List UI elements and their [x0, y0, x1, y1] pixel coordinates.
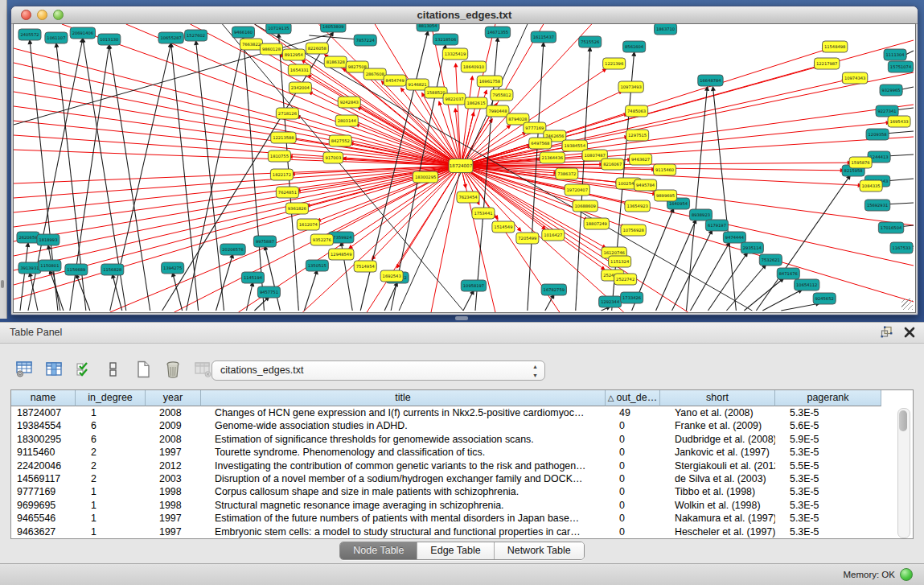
graph-node[interactable]: 17016504 — [878, 222, 903, 233]
graph-node[interactable]: 9242843 — [338, 97, 360, 108]
graph-node[interactable]: 1822172 — [270, 169, 293, 180]
column-header-year[interactable]: year — [146, 390, 201, 406]
vertical-scrollbar[interactable] — [897, 408, 910, 538]
graph-node[interactable]: 917003 — [323, 152, 343, 163]
graph-node[interactable]: 8427552 — [329, 135, 351, 146]
graph-node[interactable]: 10756928 — [621, 225, 646, 236]
graph-node[interactable]: 19720407 — [565, 184, 589, 196]
graph-node[interactable]: 1156689 — [65, 264, 88, 275]
graph-node[interactable]: 1167533 — [890, 242, 913, 253]
graph-node[interactable]: 11548498 — [823, 41, 848, 52]
citation-edge-black[interactable] — [690, 242, 729, 311]
graph-node[interactable]: 7623454 — [457, 192, 479, 203]
graph-node[interactable]: 9463627 — [630, 154, 652, 165]
graph-node[interactable]: 7857224 — [354, 35, 376, 46]
scrollbar-thumb[interactable] — [899, 410, 907, 431]
graph-node[interactable]: 1297515 — [626, 130, 649, 141]
graph-node[interactable]: 10973493 — [618, 81, 643, 93]
graph-node[interactable]: 16648784 — [698, 75, 723, 86]
graph-node[interactable]: 9495784 — [634, 179, 657, 191]
graph-node[interactable]: 7532621 — [759, 254, 782, 266]
merge-tables-button[interactable] — [104, 360, 123, 379]
graph-node[interactable]: 9361826 — [285, 203, 308, 214]
graph-node[interactable]: 10958197 — [461, 280, 486, 291]
close-panel-icon[interactable] — [903, 326, 916, 339]
graph-node[interactable]: 15692931 — [864, 200, 889, 211]
citation-edge-red[interactable] — [14, 106, 461, 166]
graph-node[interactable]: 18300295 — [413, 171, 437, 183]
column-header-in_degree[interactable]: in_degree — [76, 390, 146, 406]
column-header-title[interactable]: title — [201, 390, 606, 406]
graph-node[interactable]: 10655287 — [158, 32, 183, 43]
window-titlebar[interactable]: citations_edges.txt — [11, 6, 918, 24]
graph-node[interactable]: 7485063 — [626, 105, 648, 117]
float-panel-icon[interactable] — [881, 326, 893, 339]
table-row[interactable]: 2242004622012Investigating the contribut… — [11, 459, 913, 472]
table-row[interactable]: 946362711997Embryonic stem cells: a mode… — [11, 525, 913, 538]
graph-node[interactable]: 1061107 — [45, 32, 68, 43]
graph-node[interactable]: 1292344 — [599, 296, 622, 307]
graph-node[interactable]: 1654331 — [288, 64, 310, 76]
citation-edge-black[interactable] — [50, 270, 64, 311]
graph-node[interactable]: 9227341 — [876, 105, 898, 117]
graph-node[interactable]: 8813054 — [417, 24, 439, 31]
graph-node[interactable]: 10688609 — [573, 200, 598, 212]
graph-node[interactable]: 9115460 — [654, 164, 676, 175]
citation-edge-black[interactable] — [708, 253, 747, 311]
table-row[interactable]: 911546021997Tourette syndrome. Phenomeno… — [11, 446, 913, 459]
citation-edge-black[interactable] — [48, 245, 60, 311]
graph-node[interactable]: 1862615 — [465, 97, 487, 109]
memory-status[interactable]: Memory: OK — [843, 568, 913, 581]
graph-node[interactable]: 1595876 — [849, 157, 872, 168]
graph-node[interactable]: 1016427 — [542, 229, 565, 241]
citation-edge-red[interactable] — [461, 76, 472, 166]
table-settings-button[interactable] — [14, 360, 34, 379]
graph-node[interactable]: 7515526 — [579, 36, 602, 47]
citation-edge-red[interactable] — [14, 166, 461, 241]
graph-node[interactable]: 1350515 — [306, 260, 328, 271]
graph-node[interactable]: 13218506 — [433, 34, 458, 45]
create-column-button[interactable] — [133, 360, 153, 379]
citation-edge-red[interactable] — [461, 166, 914, 266]
window-resize-grip[interactable] — [901, 299, 913, 310]
citation-edge-black[interactable] — [672, 230, 713, 311]
graph-node[interactable]: 10654112 — [795, 279, 819, 290]
graph-node[interactable]: 18640910 — [461, 61, 486, 72]
citation-edge-black[interactable] — [463, 290, 474, 311]
left-splitter-handle[interactable] — [1, 280, 4, 288]
column-header-out_de[interactable]: △out_de… — [606, 390, 660, 406]
graph-node[interactable]: 9329965 — [880, 84, 902, 96]
graph-node[interactable]: 2718126 — [276, 108, 298, 119]
citation-edge-black[interactable] — [76, 274, 90, 311]
graph-node[interactable]: 1209358 — [866, 129, 889, 140]
graph-node[interactable]: 2620659 — [17, 232, 39, 243]
graph-node[interactable]: 2867608 — [363, 68, 386, 80]
graph-node[interactable]: 1221396 — [603, 58, 626, 69]
graph-node[interactable]: 6179197 — [705, 220, 728, 231]
graph-node[interactable]: 10974343 — [842, 72, 867, 84]
table-row[interactable]: 1872400712008Changes of HCN gene express… — [11, 406, 913, 419]
graph-node[interactable]: 8471676 — [777, 268, 799, 279]
graph-node[interactable]: 1527602 — [185, 30, 207, 41]
citation-network-graph[interactable]: 2405572106110720691406101313010655287152… — [14, 24, 915, 312]
graph-node[interactable]: 13654923 — [625, 200, 650, 212]
graph-node[interactable]: 20206576 — [220, 244, 245, 255]
graph-node[interactable]: 2342004 — [289, 82, 311, 93]
column-header-name[interactable]: name — [11, 390, 76, 406]
table-row[interactable]: 969969511998Structural magnetic resonanc… — [11, 499, 913, 512]
graph-node[interactable]: 7990448 — [487, 105, 509, 117]
citation-edge-black[interactable] — [384, 282, 397, 311]
table-row[interactable]: 1938455462009Genome-wide association stu… — [11, 419, 913, 432]
network-canvas[interactable]: 2405572106110720691406101313010655287152… — [13, 23, 916, 313]
graph-node[interactable]: 2803144 — [335, 115, 358, 126]
graph-node[interactable]: 9777169 — [524, 122, 546, 134]
graph-node[interactable]: 1692543 — [380, 270, 403, 282]
graph-node[interactable]: 16782759 — [541, 284, 566, 295]
graph-node[interactable]: 3913931 — [18, 262, 41, 274]
graph-node[interactable]: 12213588 — [271, 132, 296, 143]
graph-node[interactable]: 1514549 — [492, 221, 515, 233]
graph-hub-node[interactable]: 18724007 — [449, 159, 473, 173]
graph-node[interactable]: 18807249 — [584, 218, 609, 229]
graph-node[interactable]: 1150801 — [39, 260, 61, 271]
graph-node[interactable]: 6497568 — [529, 138, 552, 149]
